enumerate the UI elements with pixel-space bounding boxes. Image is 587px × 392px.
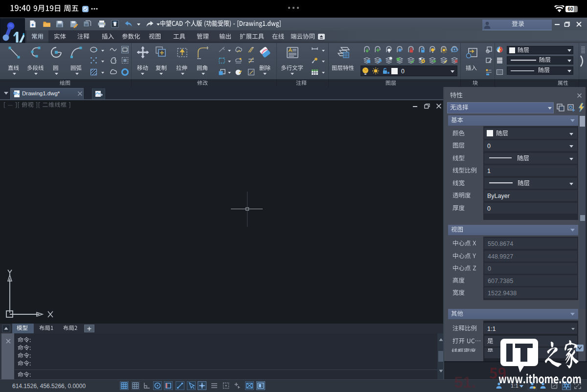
svg-text:dwg: dwg [14,92,18,94]
